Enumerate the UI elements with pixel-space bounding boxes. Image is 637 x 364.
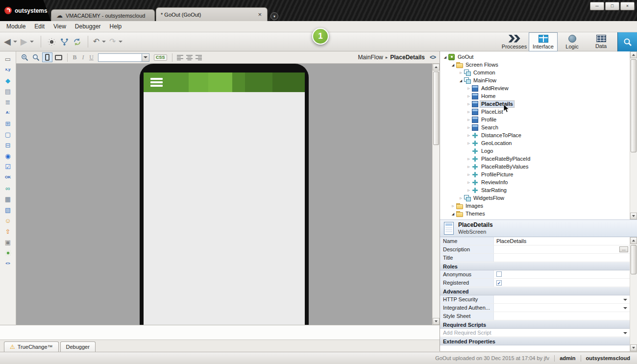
refresh-icon[interactable] <box>73 38 81 46</box>
scrollbar-thumb[interactable] <box>433 72 439 145</box>
expand-icon[interactable]: ▹ <box>466 125 472 130</box>
forward-history-dropdown[interactable] <box>30 41 34 43</box>
tab-list-dropdown[interactable]: ▾ <box>270 12 278 20</box>
expand-icon[interactable]: ▹ <box>466 118 472 122</box>
scroll-down-button[interactable] <box>630 344 637 351</box>
tablet-view-button[interactable] <box>53 52 64 62</box>
code-view-toggle[interactable]: <> <box>430 54 436 61</box>
menu-debugger[interactable]: Debugger <box>71 22 105 31</box>
tree-item-goout[interactable]: ◢GoOut <box>440 53 630 61</box>
expand-icon[interactable]: ▹ <box>466 102 472 106</box>
css-button[interactable]: CSS <box>154 54 167 61</box>
window-maximize-button[interactable]: □ <box>605 2 619 10</box>
input-tool[interactable]: ⊞ <box>0 118 16 129</box>
dropdown-arrow-icon[interactable] <box>623 307 627 309</box>
property-value-description[interactable]: ... <box>494 245 630 253</box>
expand-icon[interactable]: ▹ <box>466 133 472 138</box>
dropdown-arrow-icon[interactable] <box>623 299 627 301</box>
tree-item-themes[interactable]: ◢Themes <box>440 210 630 218</box>
expand-icon[interactable]: ▹ <box>466 141 472 146</box>
label-tool[interactable]: A: <box>0 107 16 118</box>
search-button[interactable] <box>617 32 637 51</box>
tree-item-placeratebyvalues[interactable]: ▹PlaceRateByValues <box>440 163 630 170</box>
checkbox-anonymous[interactable] <box>496 271 502 277</box>
expand-icon[interactable]: ▹ <box>466 94 472 98</box>
magnifier-icon[interactable] <box>31 52 41 62</box>
layer-tab-processes[interactable]: Processes <box>500 32 529 51</box>
underline-button[interactable]: U <box>87 54 96 61</box>
collapse-icon[interactable]: ◢ <box>442 55 448 59</box>
scroll-down-button[interactable] <box>433 318 440 325</box>
property-value-registered[interactable]: ✓ <box>494 279 630 287</box>
status-user[interactable]: admin <box>560 355 575 361</box>
menu-view[interactable]: View <box>49 22 71 31</box>
breadcrumb-current-screen[interactable]: PlaceDetails <box>390 54 425 61</box>
scrollbar-thumb[interactable] <box>631 245 637 274</box>
expand-icon[interactable]: ▹ <box>458 71 464 75</box>
expand-icon[interactable]: ▹ <box>466 188 472 193</box>
tree-item-logo[interactable]: Logo <box>440 147 630 155</box>
tab-close-icon[interactable]: × <box>257 11 263 18</box>
tree-item-geolocation[interactable]: ▹GeoLocation <box>440 139 630 147</box>
tree-item-addreview[interactable]: ▹AddReview <box>440 84 630 92</box>
container-tool[interactable]: ▣ <box>0 237 16 247</box>
bold-button[interactable]: B <box>71 54 79 61</box>
select-widget-tool[interactable]: ▭ <box>0 53 16 64</box>
layer-tab-interface[interactable]: Interface <box>529 32 558 51</box>
widget-diamond-tool[interactable]: ◆ <box>0 75 16 86</box>
style-select[interactable] <box>98 53 149 62</box>
align-center-icon[interactable] <box>186 55 193 60</box>
menu-help[interactable]: Help <box>105 22 126 31</box>
property-value-title[interactable] <box>494 254 630 262</box>
edit-record-tool[interactable]: ▤ <box>0 86 16 97</box>
tree-item-home[interactable]: ▹Home <box>440 92 630 100</box>
scrollbar-thumb[interactable] <box>631 59 637 152</box>
bottom-tab-truechange[interactable]: ⚠TrueChange™ <box>4 341 59 352</box>
property-value-style-sheet[interactable] <box>494 312 630 320</box>
checkbox-registered[interactable]: ✓ <box>496 280 502 286</box>
expand-icon[interactable]: ▹ <box>466 86 472 91</box>
table-tool[interactable]: ▦ <box>0 194 16 204</box>
property-value-name[interactable]: PlaceDetails <box>494 237 630 245</box>
tree-item-distancetoplace[interactable]: ▹DistanceToPlace <box>440 131 630 139</box>
window-minimize-button[interactable]: ─ <box>590 2 604 10</box>
combo-box-tool[interactable]: ⊟ <box>0 140 16 150</box>
redo-button[interactable]: ↷ <box>109 38 116 46</box>
hamburger-menu-icon[interactable] <box>150 78 163 87</box>
redo-history-dropdown[interactable] <box>119 41 122 43</box>
back-history-dropdown[interactable] <box>13 41 17 43</box>
canvas-scrollbar[interactable] <box>432 64 440 325</box>
expand-icon[interactable]: ▹ <box>466 172 472 177</box>
tree-item-images[interactable]: ▹Images <box>440 202 630 210</box>
italic-button[interactable]: I <box>79 54 87 61</box>
property-value-http-security[interactable] <box>494 295 630 303</box>
upload-tool[interactable]: ⇧ <box>0 226 16 237</box>
align-left-icon[interactable] <box>177 55 183 60</box>
environment-tab[interactable]: ☁ VMACADEMY - outsystemscloud <box>51 9 155 21</box>
menu-module[interactable]: Module <box>2 22 30 31</box>
design-canvas[interactable] <box>16 64 432 325</box>
tree-scrollbar[interactable] <box>630 51 637 219</box>
expand-icon[interactable]: ▹ <box>466 157 472 161</box>
scroll-down-button[interactable] <box>630 213 637 219</box>
screen-header[interactable] <box>144 73 305 92</box>
tree-item-starrating[interactable]: ▹StarRating <box>440 186 630 194</box>
collapse-icon[interactable]: ◢ <box>458 79 464 82</box>
code-tool[interactable]: <> <box>0 258 16 269</box>
tree-item-screen-flows[interactable]: ◢Screen Flows <box>440 61 630 69</box>
layer-tab-data[interactable]: Data <box>587 32 615 51</box>
tree-item-profilepicture[interactable]: ▹ProfilePicture <box>440 170 630 178</box>
back-button[interactable]: ◀ <box>4 37 11 46</box>
layer-tab-logic[interactable]: Logic <box>558 32 587 51</box>
combo-dropdown-icon[interactable] <box>142 54 149 61</box>
add-required-script-field[interactable]: Add Required Script <box>440 329 630 337</box>
text-area-tool[interactable]: ▢ <box>0 129 16 140</box>
undo-button[interactable]: ↶ <box>93 38 99 46</box>
outsystems-brand-tab[interactable]: outsystems <box>0 0 51 21</box>
breadcrumb-flow[interactable]: MainFlow <box>358 54 383 61</box>
button-tool[interactable]: OK <box>0 172 16 183</box>
expand-icon[interactable]: ▹ <box>458 196 464 200</box>
property-value-anonymous[interactable] <box>494 270 630 278</box>
window-close-button[interactable]: × <box>620 2 635 10</box>
position-tool[interactable]: x,y <box>0 64 16 75</box>
